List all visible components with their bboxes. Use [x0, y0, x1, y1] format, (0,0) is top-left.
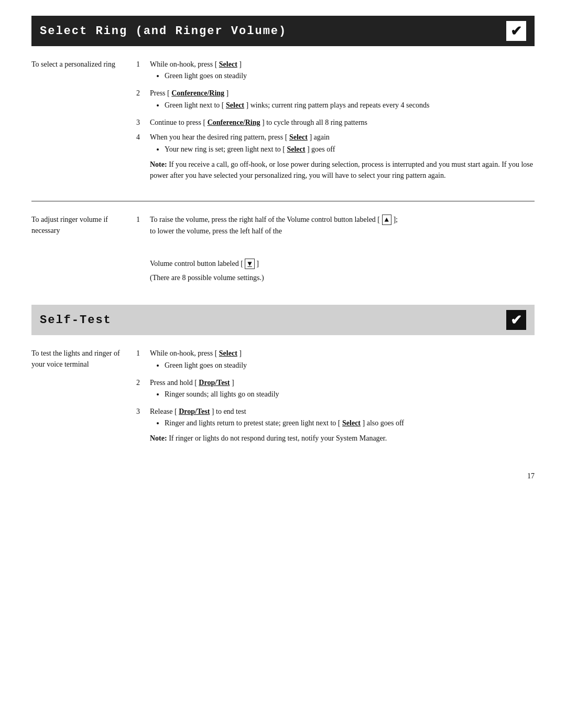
section2-title: Self-Test: [40, 314, 112, 327]
section2-checkmark: ✔: [510, 312, 522, 328]
volume-step-1: 1 To raise the volume, press the right h…: [136, 214, 535, 238]
step-1: 1 While on-hook, press [ Select ] Green …: [136, 59, 535, 84]
section1-title: Select Ring (and Ringer Volume): [40, 25, 287, 38]
volume-step-1-text: To raise the volume, press the right hal…: [150, 216, 398, 235]
section1-header: Select Ring (and Ringer Volume) ✔: [31, 16, 535, 46]
step-1-num: 1: [136, 59, 146, 70]
self-test-step-1-bullets: Green light goes on steadily: [165, 360, 535, 371]
step-4-bullet-1: Your new ring is set; green light next t…: [165, 144, 535, 155]
volume-step-2-area: Volume control button labeled [ ▼ ] (The…: [150, 258, 535, 284]
section1-content-row: To select a personalized ring 1 While on…: [31, 59, 535, 188]
step-4-text: When you hear the desired ring pattern, …: [150, 133, 330, 141]
volume-left-col: To adjust ringer volume if necessary: [31, 214, 136, 284]
section1-right-col: 1 While on-hook, press [ Select ] Green …: [136, 59, 535, 188]
select-btn-ref-6: Select: [342, 419, 361, 427]
section2-right-col: 1 While on-hook, press [ Select ] Green …: [136, 348, 535, 451]
step-1-bullet-1: Green light goes on steadily: [165, 70, 535, 81]
step-2-content: Press [ Conference/Ring ] Green light ne…: [150, 88, 535, 113]
step-1-bullets: Green light goes on steadily: [165, 70, 535, 81]
self-test-step-2-content: Press and hold [ Drop/Test ] Ringer soun…: [150, 377, 535, 403]
step-3-text: Continue to press [ Conference/Ring ] to…: [150, 119, 367, 126]
self-test-step-1-num: 1: [136, 348, 146, 359]
select-btn-ref-3: Select: [289, 133, 308, 141]
step-3-content: Continue to press [ Conference/Ring ] to…: [150, 117, 535, 129]
volume-right-col: 1 To raise the volume, press the right h…: [136, 214, 535, 284]
section1-left-col: To select a personalized ring: [31, 59, 136, 188]
self-test-step-2-text: Press and hold [ Drop/Test ]: [150, 379, 234, 387]
step-3-num: 3: [136, 117, 146, 129]
step-3: 3 Continue to press [ Conference/Ring ] …: [136, 117, 535, 129]
step-4-content: When you hear the desired ring pattern, …: [150, 132, 535, 185]
self-test-step-1: 1 While on-hook, press [ Select ] Green …: [136, 348, 535, 373]
section2-checkmark-box: ✔: [506, 310, 526, 330]
self-test-step-3: 3 Release [ Drop/Test ] to end test Ring…: [136, 406, 535, 448]
vol-down-symbol: ▼: [245, 259, 254, 269]
section1-checkmark-box: ✔: [506, 21, 526, 41]
self-test-step-2-bullet-1: Ringer sounds; all lights go on steadily: [165, 389, 535, 400]
self-test-step-2-bullets: Ringer sounds; all lights go on steadily: [165, 389, 535, 400]
self-test-step-2-num: 2: [136, 377, 146, 389]
self-test-step-1-bullet-1: Green light goes on steadily: [165, 360, 535, 371]
step-2-bullet-1: Green light next to [ Select ] winks; cu…: [165, 100, 535, 111]
section1-note: Note: If you receive a call, go off-hook…: [150, 159, 535, 181]
step-2: 2 Press [ Conference/Ring ] Green light …: [136, 88, 535, 113]
select-btn-ref-1: Select: [219, 60, 237, 68]
section-divider-1: [31, 201, 535, 201]
self-test-step-3-bullet-1: Ringer and lights return to pretest stat…: [165, 417, 535, 429]
volume-left-label: To adjust ringer volume if necessary: [31, 216, 108, 234]
self-test-step-1-text: While on-hook, press [ Select ]: [150, 349, 242, 357]
select-btn-ref-4: Select: [287, 145, 305, 153]
section2-left-label: To test the lights and ringer of your vo…: [31, 349, 120, 368]
self-test-step-1-content: While on-hook, press [ Select ] Green li…: [150, 348, 535, 373]
section2-header: Self-Test ✔: [31, 305, 535, 335]
self-test-step-3-content: Release [ Drop/Test ] to end test Ringer…: [150, 406, 535, 448]
section2-note: Note: If ringer or lights do not respond…: [150, 433, 535, 444]
conf-ring-btn-ref-1: Conference/Ring: [171, 89, 224, 97]
section2-left-col: To test the lights and ringer of your vo…: [31, 348, 136, 451]
self-test-step-2: 2 Press and hold [ Drop/Test ] Ringer so…: [136, 377, 535, 403]
volume-step-1-content: To raise the volume, press the right hal…: [150, 214, 535, 238]
section1-checkmark: ✔: [510, 23, 522, 39]
self-test-step-3-text: Release [ Drop/Test ] to end test: [150, 408, 246, 415]
self-test-step-3-num: 3: [136, 406, 146, 417]
vol-up-symbol: ▲: [382, 215, 391, 225]
step-2-bullets: Green light next to [ Select ] winks; cu…: [165, 100, 535, 111]
select-btn-ref-5: Select: [219, 349, 237, 357]
step-1-content: While on-hook, press [ Select ] Green li…: [150, 59, 535, 84]
step-4-bullets: Your new ring is set; green light next t…: [165, 144, 535, 155]
section2-content-row: To test the lights and ringer of your vo…: [31, 348, 535, 451]
step-2-num: 2: [136, 88, 146, 99]
step-1-text: While on-hook, press [ Select ]: [150, 60, 242, 68]
step-4: 4 When you hear the desired ring pattern…: [136, 132, 535, 185]
step-2-text: Press [ Conference/Ring ]: [150, 89, 228, 97]
volume-content-row: To adjust ringer volume if necessary 1 T…: [31, 214, 535, 284]
step-4-num: 4: [136, 132, 146, 143]
conf-ring-btn-ref-2: Conference/Ring: [208, 119, 260, 126]
drop-test-btn-ref-2: Drop/Test: [179, 408, 210, 415]
volume-step-1-num: 1: [136, 214, 146, 226]
drop-test-btn-ref-1: Drop/Test: [199, 379, 230, 387]
volume-step-2-note: (There are 8 possible volume settings.): [150, 272, 535, 284]
page-number: 17: [31, 472, 535, 480]
select-btn-ref-2: Select: [226, 101, 244, 109]
self-test-step-3-bullets: Ringer and lights return to pretest stat…: [165, 417, 535, 429]
section1-left-label: To select a personalized ring: [31, 60, 115, 68]
volume-step-2-text: Volume control button labeled [ ▼ ]: [150, 258, 535, 270]
